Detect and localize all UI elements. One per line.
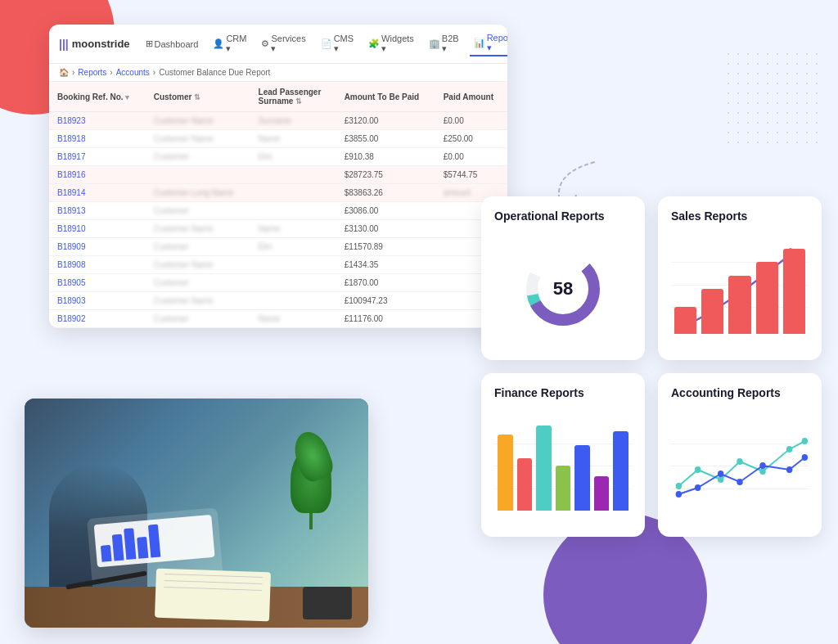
nav-services[interactable]: ⚙ Services ▾ <box>257 32 309 56</box>
breadcrumb-sep-3: › <box>153 68 155 77</box>
logo-icon: ||| <box>59 38 69 51</box>
nav-crm-label: CRM ▾ <box>226 34 246 54</box>
amount-cell: $28723.75 <box>336 166 435 184</box>
nav-reports[interactable]: 📊 Reports ▾ <box>470 31 507 56</box>
customer-cell: Customer <box>146 310 250 328</box>
table-row: B18914 Customer Long Name $83863.26 amou… <box>49 184 507 202</box>
table-row: B18905 Customer £1870.00 <box>49 274 507 292</box>
amount-cell: £3120.00 <box>336 112 435 130</box>
main-container: ||| moonstride ⊞ Dashboard 👤 CRM ▾ ⚙ Ser… <box>0 0 838 644</box>
col-customer[interactable]: Customer ⇅ <box>146 82 250 112</box>
paid-cell: £0.00 <box>435 112 507 130</box>
customer-cell: Customer Name <box>146 256 250 274</box>
table-row: B18917 Customer Elm £910.38 £0.00 <box>49 148 507 166</box>
lead-cell: Name <box>250 220 336 238</box>
booking-ref-cell[interactable]: B18914 <box>49 184 146 202</box>
sales-reports-title: Sales Reports <box>671 209 809 223</box>
booking-ref-cell[interactable]: B18917 <box>49 148 146 166</box>
customer-cell: Customer <box>146 148 250 166</box>
booking-ref-cell[interactable]: B18918 <box>49 130 146 148</box>
amount-cell: £100947.23 <box>336 292 435 310</box>
breadcrumb-home[interactable]: 🏠 <box>59 68 69 77</box>
nav-reports-label: Reports ▾ <box>487 33 507 53</box>
breadcrumb-reports[interactable]: Reports <box>78 68 106 77</box>
amount-cell: £11176.00 <box>336 310 435 328</box>
nav-b2b[interactable]: 🏢 B2B ▾ <box>425 32 463 56</box>
svg-point-14 <box>737 479 742 485</box>
nav-bar: ||| moonstride ⊞ Dashboard 👤 CRM ▾ ⚙ Ser… <box>49 25 507 64</box>
svg-point-12 <box>695 484 701 491</box>
col-paid[interactable]: Paid Amount <box>435 82 507 112</box>
table-row: B18908 Customer Name £1434.35 <box>49 256 507 274</box>
amount-cell: £3130.00 <box>336 220 435 238</box>
nav-widgets-label: Widgets ▾ <box>381 34 414 54</box>
bg-dots-pattern <box>723 49 822 147</box>
breadcrumb-accounts[interactable]: Accounts <box>116 68 150 77</box>
report-cards-grid: Operational Reports 58 <box>481 196 822 537</box>
col-lead-passenger[interactable]: Lead PassengerSurname ⇅ <box>250 82 336 112</box>
lead-cell <box>250 184 336 202</box>
sales-reports-card: Sales Reports <box>658 196 822 360</box>
svg-point-8 <box>759 468 765 475</box>
accounting-reports-content <box>671 408 809 524</box>
customer-cell: Customer Name <box>146 130 250 148</box>
accounting-reports-card: Accounting Reports <box>658 373 822 537</box>
svg-point-5 <box>695 466 701 473</box>
col-booking-ref[interactable]: Booking Ref. No. ▾ <box>49 82 146 112</box>
svg-point-17 <box>802 454 808 461</box>
lead-cell <box>250 274 336 292</box>
customer-cell: Customer Name <box>146 112 250 130</box>
table-row: B18909 Customer Elm £11570.89 <box>49 238 507 256</box>
lead-cell: Elm <box>250 238 336 256</box>
customer-cell <box>146 166 250 184</box>
paid-cell: £250.00 <box>435 130 507 148</box>
booking-ref-cell[interactable]: B18903 <box>49 292 146 310</box>
customer-cell: Customer Name <box>146 220 250 238</box>
table-row: B18916 $28723.75 $5744.75 <box>49 166 507 184</box>
nav-dashboard[interactable]: ⊞ Dashboard <box>142 37 203 51</box>
booking-ref-cell[interactable]: B18913 <box>49 202 146 220</box>
lead-cell <box>250 256 336 274</box>
finance-reports-card: Finance Reports <box>481 373 645 537</box>
table-row: B18918 Customer Name Name £3855.00 £250.… <box>49 130 507 148</box>
breadcrumb-current: Customer Balance Due Report <box>159 68 270 77</box>
customer-cell: Customer Name <box>146 292 250 310</box>
svg-point-10 <box>802 438 808 444</box>
svg-point-4 <box>676 483 682 489</box>
svg-point-11 <box>676 491 682 498</box>
booking-ref-cell[interactable]: B18909 <box>49 238 146 256</box>
donut-value: 58 <box>553 278 573 299</box>
lead-cell <box>250 292 336 310</box>
booking-ref-cell[interactable]: B18923 <box>49 112 146 130</box>
logo-text: moonstride <box>72 38 130 50</box>
nav-dashboard-label: Dashboard <box>155 39 199 49</box>
table-row: B18910 Customer Name Name £3130.00 <box>49 220 507 238</box>
lead-cell: Elm <box>250 148 336 166</box>
amount-cell: £1870.00 <box>336 274 435 292</box>
nav-cms[interactable]: 📄 CMS ▾ <box>317 32 358 56</box>
table-row: B18923 Customer Name Surname £3120.00 £0… <box>49 112 507 130</box>
col-amount[interactable]: Amount To Be Paid <box>336 82 435 112</box>
booking-ref-cell[interactable]: B18902 <box>49 310 146 328</box>
donut-chart: 58 <box>518 244 608 334</box>
nav-cms-label: CMS ▾ <box>334 34 354 54</box>
breadcrumb-sep-1: › <box>72 68 74 77</box>
paid-cell: £0.00 <box>435 148 507 166</box>
finance-reports-title: Finance Reports <box>494 386 632 399</box>
nav-widgets[interactable]: 🧩 Widgets ▾ <box>364 32 418 56</box>
svg-point-7 <box>737 458 742 465</box>
booking-ref-cell[interactable]: B18910 <box>49 220 146 238</box>
nav-crm[interactable]: 👤 CRM ▾ <box>209 32 250 56</box>
finance-reports-content <box>494 408 632 524</box>
lead-cell: Name <box>250 310 336 328</box>
sales-reports-content <box>671 231 809 347</box>
svg-point-6 <box>718 476 723 483</box>
table-wrapper: Booking Ref. No. ▾ Customer ⇅ Lead Passe… <box>49 82 507 328</box>
table-row: B18903 Customer Name £100947.23 <box>49 292 507 310</box>
booking-ref-cell[interactable]: B18908 <box>49 256 146 274</box>
svg-point-16 <box>786 466 792 473</box>
nav-b2b-label: B2B ▾ <box>442 34 459 54</box>
booking-ref-cell[interactable]: B18916 <box>49 166 146 184</box>
operational-reports-content: 58 <box>494 231 632 347</box>
booking-ref-cell[interactable]: B18905 <box>49 274 146 292</box>
